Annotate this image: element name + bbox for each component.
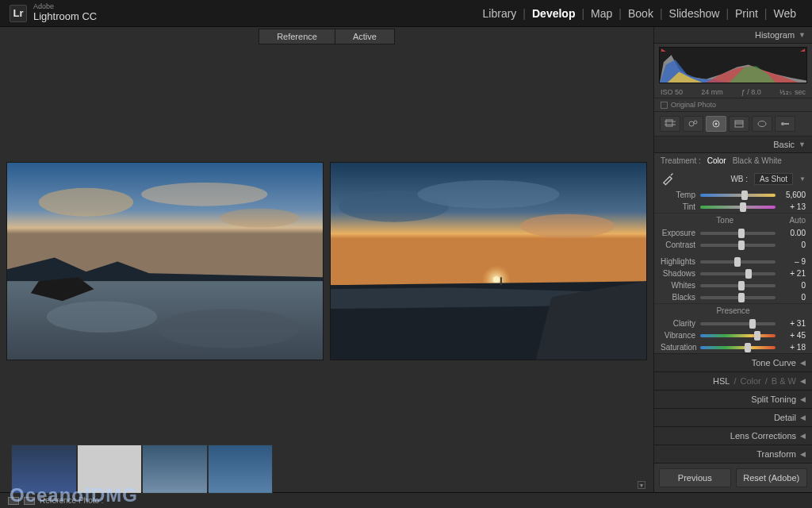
iso-label: ISO 50 [661, 88, 683, 96]
presence-subhead: Presence [654, 303, 812, 318]
histogram[interactable] [659, 47, 807, 83]
svg-rect-13 [500, 277, 502, 285]
module-book[interactable]: Book [622, 7, 660, 20]
svg-point-5 [47, 301, 157, 333]
gradient-tool[interactable] [729, 116, 749, 132]
module-picker: Library| Develop| Map| Book| Slideshow| … [477, 7, 802, 20]
focal-label: 24 mm [701, 88, 723, 96]
thumb[interactable] [209, 445, 273, 493]
svg-point-2 [141, 183, 267, 206]
svg-rect-16 [666, 120, 672, 126]
svg-point-10 [520, 214, 615, 238]
app-logo: Lr [10, 5, 27, 22]
vibrance-slider[interactable]: Vibrance+ 45 [654, 329, 812, 341]
svg-point-9 [417, 180, 559, 209]
svg-point-12 [493, 276, 500, 283]
chevron-left-icon: ◀ [800, 359, 806, 367]
previous-button[interactable]: Previous [659, 468, 731, 487]
treatment-bw[interactable]: Black & White [733, 156, 782, 165]
histogram-header[interactable]: Histogram▼ [654, 27, 812, 44]
chevron-down-icon: ▼ [799, 140, 806, 148]
chevron-down-icon: ▼ [799, 31, 806, 39]
blacks-slider[interactable]: Blacks0 [654, 291, 812, 303]
transform-panel[interactable]: Transform◀ [654, 445, 812, 464]
chevron-left-icon: ◀ [800, 395, 806, 403]
histogram-meta: ISO 50 24 mm ƒ / 8.0 ¹⁄₁₂₅ sec [654, 87, 812, 98]
svg-point-6 [157, 309, 299, 348]
contrast-slider[interactable]: Contrast0 [654, 239, 812, 251]
brush-tool[interactable] [775, 116, 795, 132]
tab-reference[interactable]: Reference [259, 29, 335, 44]
svg-point-20 [694, 121, 697, 124]
module-develop[interactable]: Develop [526, 7, 581, 20]
redeye-tool[interactable] [706, 116, 726, 132]
chevron-left-icon: ◀ [800, 432, 806, 440]
treatment-row: Treatment : Color Black & White [654, 153, 812, 168]
temp-slider[interactable]: Temp5,600 [654, 189, 812, 201]
svg-marker-14 [661, 48, 666, 52]
chevron-left-icon: ◀ [800, 377, 806, 385]
svg-point-19 [689, 121, 694, 126]
wb-row: WB : As Shot▼ [654, 168, 812, 189]
original-photo-toggle[interactable]: Original Photo [654, 98, 812, 112]
action-buttons: Previous Reset (Adobe) [654, 464, 812, 492]
radial-tool[interactable] [752, 116, 772, 132]
module-library[interactable]: Library [477, 7, 523, 20]
whites-slider[interactable]: Whites0 [654, 279, 812, 291]
tone-subhead: ToneAuto [654, 213, 812, 227]
brand-name: Lightroom CC [33, 11, 97, 22]
svg-point-3 [220, 209, 300, 228]
reference-image[interactable] [6, 162, 324, 360]
shutter-label: ¹⁄₁₂₅ sec [779, 88, 806, 96]
image-row [0, 44, 653, 478]
highlights-slider[interactable]: Highlights– 9 [654, 256, 812, 267]
shadows-slider[interactable]: Shadows+ 21 [654, 267, 812, 279]
watermark: OceanofDMG [10, 484, 138, 506]
module-map[interactable]: Map [584, 7, 619, 20]
lens-corrections-panel[interactable]: Lens Corrections◀ [654, 427, 812, 445]
basic-section: Treatment : Color Black & White WB : As … [654, 153, 812, 354]
chevron-left-icon: ◀ [800, 450, 806, 458]
hsl-panel[interactable]: HSL/Color/B & W◀ [654, 372, 812, 391]
svg-point-27 [781, 122, 784, 125]
exposure-slider[interactable]: Exposure0.00 [654, 227, 812, 239]
reset-button[interactable]: Reset (Adobe) [736, 468, 808, 487]
treatment-color[interactable]: Color [707, 156, 726, 165]
viewer: Reference Active [0, 27, 653, 492]
svg-marker-15 [800, 48, 805, 52]
soft-proof-dropdown[interactable]: ▾ [638, 481, 645, 489]
tool-strip [654, 112, 812, 137]
saturation-slider[interactable]: Saturation+ 18 [654, 341, 812, 353]
wb-dropper-icon[interactable] [661, 171, 675, 186]
brand: Adobe Lightroom CC [33, 3, 97, 22]
top-bar: Lr Adobe Lightroom CC Library| Develop| … [0, 0, 812, 27]
detail-panel[interactable]: Detail◀ [654, 409, 812, 427]
svg-point-1 [39, 188, 133, 217]
chevron-left-icon: ◀ [800, 414, 806, 421]
checkbox-icon [661, 102, 668, 109]
spot-tool[interactable] [683, 116, 703, 132]
clarity-slider[interactable]: Clarity+ 31 [654, 318, 812, 329]
module-print[interactable]: Print [729, 7, 764, 20]
svg-point-26 [758, 121, 766, 127]
crop-tool[interactable] [660, 116, 680, 132]
module-slideshow[interactable]: Slideshow [663, 7, 726, 20]
main-area: Reference Active [0, 27, 812, 492]
module-web[interactable]: Web [767, 7, 802, 20]
active-image[interactable] [330, 162, 647, 360]
auto-tone[interactable]: Auto [789, 216, 806, 225]
tint-slider[interactable]: Tint+ 13 [654, 201, 812, 213]
thumb[interactable] [143, 445, 207, 493]
tab-active[interactable]: Active [335, 29, 395, 44]
tone-curve-panel[interactable]: Tone Curve◀ [654, 354, 812, 372]
basic-header[interactable]: Basic▼ [654, 137, 812, 153]
view-tabs: Reference Active [0, 27, 653, 44]
wb-select[interactable]: As Shot [754, 173, 793, 185]
svg-point-22 [715, 123, 718, 125]
svg-rect-28 [784, 123, 789, 125]
split-toning-panel[interactable]: Split Toning◀ [654, 391, 812, 409]
right-panel: Histogram▼ ISO 50 24 mm ƒ / 8.0 ¹⁄₁₂₅ se… [653, 27, 812, 492]
aperture-label: ƒ / 8.0 [741, 88, 761, 96]
